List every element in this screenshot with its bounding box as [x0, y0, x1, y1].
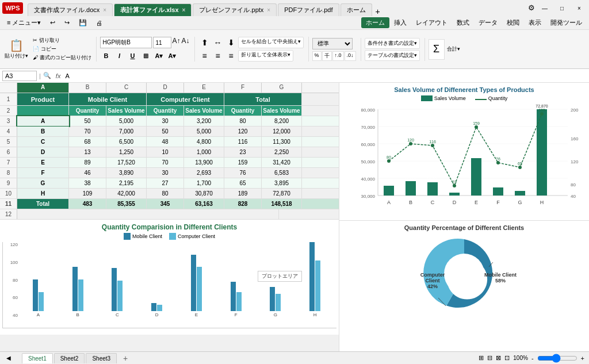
view-normal-btn[interactable]: ⊞: [479, 354, 484, 362]
cell-c3[interactable]: 5,000: [106, 116, 147, 126]
fill-color-button[interactable]: A▾: [153, 50, 166, 62]
cell-c4[interactable]: 7,000: [106, 127, 147, 136]
redo-btn[interactable]: ↪: [60, 18, 74, 28]
subheader-comp-sales[interactable]: Sales Volume: [184, 106, 224, 116]
subheader-mobile-qty[interactable]: Quantity: [69, 106, 106, 116]
cell-g3[interactable]: 8,200: [262, 116, 302, 126]
view-page-btn[interactable]: ⊟: [487, 354, 492, 362]
col-header-b[interactable]: B: [69, 83, 106, 93]
cell-c6[interactable]: 1,250: [106, 147, 147, 157]
cell-g11[interactable]: 148,518: [262, 199, 302, 209]
subheader-mobile-sales[interactable]: Sales Volume: [106, 106, 147, 116]
cell-e5[interactable]: 4,800: [184, 137, 224, 147]
cell-a11[interactable]: Total: [17, 199, 69, 209]
sum-button[interactable]: Σ: [429, 39, 445, 60]
header-mobile-client[interactable]: Mobile Client: [69, 93, 147, 105]
cell-c11[interactable]: 85,355: [106, 199, 147, 209]
col-header-d[interactable]: D: [147, 83, 184, 93]
underline-button[interactable]: U: [127, 50, 139, 62]
tab-home[interactable]: ホーム: [341, 3, 372, 16]
cell-g6[interactable]: 2,250: [262, 147, 302, 157]
tab-pptx-close[interactable]: ×: [267, 7, 270, 13]
subheader-total-sales[interactable]: Sales Volume: [262, 106, 302, 116]
cell-b9[interactable]: 38: [69, 178, 106, 188]
cell-c8[interactable]: 3,890: [106, 168, 147, 178]
cell-b4[interactable]: 70: [69, 127, 106, 136]
maximize-button[interactable]: □: [554, 3, 569, 13]
view-layout-btn[interactable]: ⊠: [496, 354, 501, 362]
tab-pptx[interactable]: プレゼンファイル.pptx ×: [193, 3, 277, 16]
font-size-inc[interactable]: A↑: [173, 37, 181, 48]
cell-b8[interactable]: 46: [69, 168, 106, 178]
view-extra-btn[interactable]: ⊡: [504, 354, 510, 362]
align-right-button[interactable]: ≡: [225, 50, 238, 62]
cell-g7[interactable]: 31,420: [262, 158, 302, 167]
subheader-total-qty[interactable]: Quantity: [224, 106, 262, 116]
col-header-g[interactable]: G: [262, 83, 302, 93]
align-bottom-button[interactable]: ⬇: [225, 37, 238, 48]
tab-view[interactable]: 表示: [524, 17, 546, 28]
save-btn[interactable]: 💾: [74, 18, 91, 28]
cell-b7[interactable]: 89: [69, 158, 106, 167]
col-header-e[interactable]: E: [184, 83, 224, 93]
decimal-inc-button[interactable]: ↑.0: [332, 51, 344, 61]
align-left-button[interactable]: ≡: [198, 50, 211, 62]
merge-button[interactable]: セルを結合して中央揃え▾: [238, 37, 304, 48]
cell-d5[interactable]: 48: [147, 137, 184, 147]
conditional-format-button[interactable]: 条件付き書式の設定▾: [365, 38, 420, 49]
comma-button[interactable]: 千: [322, 51, 332, 61]
table-format-button[interactable]: テーブルの書式設定▾: [365, 50, 420, 61]
decimal-dec-button[interactable]: .0↓: [345, 51, 356, 61]
cell-a9[interactable]: G: [17, 178, 69, 188]
cut-button[interactable]: ✂ 切り取り: [33, 37, 91, 44]
cell-f6[interactable]: 23: [224, 147, 262, 157]
close-button[interactable]: ×: [572, 3, 587, 13]
cell-d10[interactable]: 80: [147, 189, 184, 198]
settings-icon[interactable]: ⚙: [528, 3, 535, 13]
cell-f7[interactable]: 159: [224, 158, 262, 167]
cell-f9[interactable]: 65: [224, 178, 262, 188]
italic-button[interactable]: I: [113, 50, 126, 62]
cell-e11[interactable]: 63,163: [184, 199, 224, 209]
align-top-button[interactable]: ⬆: [198, 37, 211, 48]
cell-a3[interactable]: A: [17, 116, 69, 126]
cell-c10[interactable]: 42,000: [106, 189, 147, 198]
add-sheet-button[interactable]: +: [120, 353, 131, 363]
percent-button[interactable]: %: [312, 51, 322, 61]
tab-formula[interactable]: 数式: [452, 17, 474, 28]
cell-b3[interactable]: 50: [69, 116, 106, 126]
cell-a8[interactable]: F: [17, 168, 69, 178]
zoom-in-button[interactable]: +: [581, 355, 584, 362]
cell-b11[interactable]: 483: [69, 199, 106, 209]
paste-label[interactable]: 貼り付け▾: [5, 52, 28, 60]
number-format-select[interactable]: 標準: [312, 38, 353, 49]
tab-new[interactable]: +: [376, 7, 380, 16]
cell-f10[interactable]: 189: [224, 189, 262, 198]
tab-docx[interactable]: 文書作成ファイル.docx ×: [28, 3, 113, 16]
font-name-input[interactable]: [100, 37, 152, 48]
header-computer-client[interactable]: Computer Client: [147, 93, 224, 105]
col-header-a[interactable]: A: [17, 83, 69, 93]
zoom-slider[interactable]: [537, 355, 577, 362]
sheet-tab-2[interactable]: Sheet2: [54, 353, 85, 363]
tab-pdf[interactable]: PDFファイル.pdf: [278, 3, 339, 16]
cell-a5[interactable]: C: [17, 137, 69, 147]
tab-xlsx[interactable]: 表計算ファイル.xlsx ×: [114, 3, 192, 16]
cell-g9[interactable]: 3,895: [262, 178, 302, 188]
cell-e3[interactable]: 3,200: [184, 116, 224, 126]
align-center-button[interactable]: ≡: [212, 50, 224, 62]
font-size-input[interactable]: [153, 37, 171, 48]
subheader-comp-qty[interactable]: Quantity: [147, 106, 184, 116]
cell-d4[interactable]: 50: [147, 127, 184, 136]
cell-d3[interactable]: 30: [147, 116, 184, 126]
cell-e9[interactable]: 1,700: [184, 178, 224, 188]
cell-a4[interactable]: B: [17, 127, 69, 136]
cell-f3[interactable]: 80: [224, 116, 262, 126]
border-button[interactable]: ⊞: [140, 50, 152, 62]
header-product[interactable]: Product: [17, 93, 69, 105]
tab-xlsx-close[interactable]: ×: [182, 7, 186, 13]
cell-c7[interactable]: 17,520: [106, 158, 147, 167]
cell-e4[interactable]: 5,000: [184, 127, 224, 136]
paste-button[interactable]: 📋: [9, 39, 24, 52]
cell-reference-input[interactable]: [2, 71, 37, 81]
